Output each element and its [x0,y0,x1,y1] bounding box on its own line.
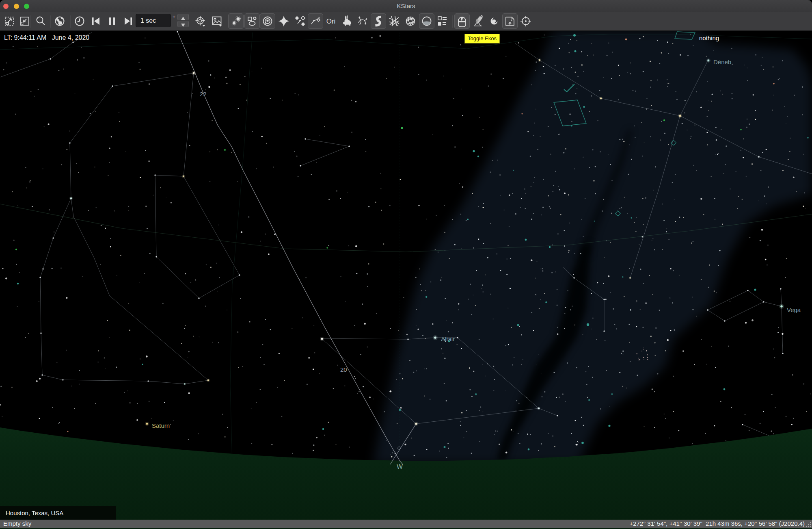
svg-text:Deneb: Deneb [713,59,731,65]
svg-text:Vega: Vega [787,306,801,313]
svg-text:22: 22 [200,91,207,98]
svg-text:Ori: Ori [326,17,336,25]
svg-text:W: W [397,463,403,470]
svg-text:Saturn: Saturn [152,422,170,429]
svg-text:20: 20 [340,366,347,373]
svg-text:nothing: nothing [699,35,719,41]
svg-text:Altair: Altair [441,336,455,343]
